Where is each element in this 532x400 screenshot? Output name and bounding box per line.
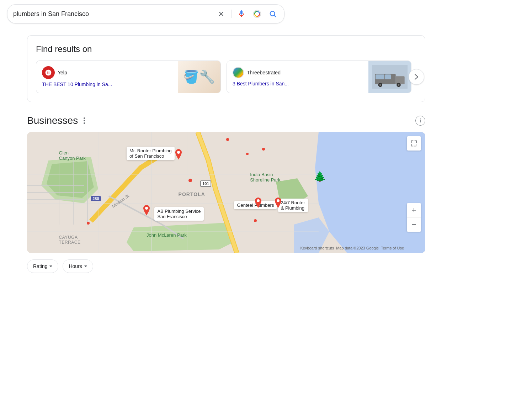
mr-rooter-label: Mr. Rooter Plumbingof San Francisco	[127, 147, 175, 160]
svg-point-15	[277, 199, 280, 202]
tbr-brand: Threebestrated	[233, 67, 363, 78]
businesses-title-row: Businesses	[27, 115, 87, 126]
map-dot-left	[87, 222, 90, 225]
svg-point-8	[379, 84, 381, 86]
result-card-yelp[interactable]: Yelp THE BEST 10 Plumbing in Sa... 🪣🔧	[36, 60, 221, 93]
chevron-right-icon	[415, 74, 418, 80]
search-bar	[7, 4, 284, 23]
search-input[interactable]	[13, 10, 216, 18]
zoom-out-button[interactable]: −	[407, 217, 421, 232]
result-card-yelp-text: Yelp THE BEST 10 Plumbing in Sa...	[36, 61, 178, 93]
lens-icon	[252, 9, 262, 19]
voice-search-button[interactable]	[236, 8, 247, 20]
india-basin-label: India BasinShoreline Park	[250, 172, 280, 183]
map-container[interactable]: GlenCanyon Park India BasinShoreline Par…	[27, 132, 425, 253]
map-zoom-controls: + −	[407, 203, 421, 232]
tbr-logo	[233, 67, 244, 78]
rating-filter-label: Rating	[33, 263, 47, 269]
result-card-tbr-text: Threebestrated 3 Best Plumbers in San...	[227, 62, 368, 92]
map-dot-1	[188, 179, 192, 182]
rating-chevron-icon	[49, 265, 52, 267]
clear-icon	[218, 10, 225, 17]
zoom-in-button[interactable]: +	[407, 203, 421, 217]
find-results-section: Find results on Yelp THE BEST 10 Plumbin…	[27, 35, 425, 102]
hours-filter-button[interactable]: Hours	[63, 259, 93, 273]
map-expand-button[interactable]	[407, 136, 421, 151]
tbr-result-link[interactable]: 3 Best Plumbers in San...	[233, 81, 289, 86]
microphone-icon	[237, 10, 246, 18]
yelp-card-image: 🪣🔧	[178, 61, 220, 93]
hours-chevron-icon	[84, 265, 87, 267]
map-dot-mid	[246, 153, 249, 155]
yelp-result-link[interactable]: THE BEST 10 Plumbing in Sa...	[42, 81, 112, 87]
carousel-next-button[interactable]	[409, 69, 424, 85]
lens-search-button[interactable]	[251, 8, 263, 20]
highway-101-badge: 101	[200, 180, 211, 187]
map-dot-top	[226, 138, 229, 141]
businesses-title: Businesses	[27, 115, 78, 126]
yelp-brand-name: Yelp	[58, 70, 67, 75]
svg-rect-5	[376, 74, 384, 79]
svg-rect-6	[385, 74, 391, 79]
map-pin-247[interactable]	[273, 198, 283, 212]
clear-button[interactable]	[216, 8, 227, 20]
info-icon-button[interactable]: i	[415, 116, 425, 126]
keyboard-shortcuts-link[interactable]: Keyboard shortcuts	[300, 246, 334, 250]
john-mclaren-label: John McLaren Park	[147, 232, 187, 238]
hours-filter-label: Hours	[69, 263, 82, 269]
search-bar-container	[0, 0, 532, 28]
result-card-tbr[interactable]: Threebestrated 3 Best Plumbers in San...	[227, 60, 411, 93]
map-pin-mr-rooter[interactable]	[174, 149, 183, 163]
tbr-card-image	[368, 61, 411, 93]
map-data-text: Map data ©2023 Google	[336, 246, 379, 250]
ab-plumbing-label: AB Plumbing ServiceSan Francisco	[154, 207, 203, 221]
search-icon	[269, 10, 277, 18]
map-svg	[27, 132, 425, 253]
india-basin-tree-icon: 🌲	[314, 171, 326, 183]
interstate-280-badge: 280	[91, 196, 101, 201]
find-results-title: Find results on	[36, 44, 416, 54]
divider	[231, 10, 232, 18]
map-dot-top2	[262, 148, 265, 151]
map-pin-genteel[interactable]	[253, 198, 263, 212]
svg-point-10	[398, 84, 400, 86]
businesses-header: Businesses i	[27, 115, 425, 126]
expand-icon	[410, 140, 417, 147]
svg-point-12	[177, 151, 180, 154]
filter-buttons: Rating Hours	[27, 259, 425, 273]
map-attribution: Keyboard shortcuts Map data ©2023 Google…	[300, 246, 404, 250]
rating-filter-button[interactable]: Rating	[27, 259, 58, 273]
search-icons	[216, 8, 278, 20]
yelp-brand: Yelp	[42, 66, 172, 79]
glen-canyon-park-label: GlenCanyon Park	[59, 150, 86, 161]
search-button[interactable]	[267, 8, 278, 20]
businesses-section: Businesses i	[27, 115, 425, 273]
svg-point-14	[257, 199, 260, 202]
more-options-button[interactable]	[81, 115, 87, 126]
info-icon-label: i	[420, 118, 421, 123]
main-content: Find results on Yelp THE BEST 10 Plumbin…	[0, 28, 532, 280]
cayuga-label: CAYUGATERRACE	[59, 235, 81, 245]
tbr-brand-name: Threebestrated	[247, 70, 281, 75]
portola-label: PORTOLA	[179, 191, 205, 197]
map-pin-ab-plumbing[interactable]	[142, 205, 151, 219]
results-cards: Yelp THE BEST 10 Plumbing in Sa... 🪣🔧 Th…	[36, 60, 416, 93]
svg-rect-4	[396, 76, 405, 84]
svg-point-13	[145, 207, 148, 210]
yelp-logo	[42, 66, 55, 79]
terms-of-use-link[interactable]: Terms of Use	[381, 246, 404, 250]
